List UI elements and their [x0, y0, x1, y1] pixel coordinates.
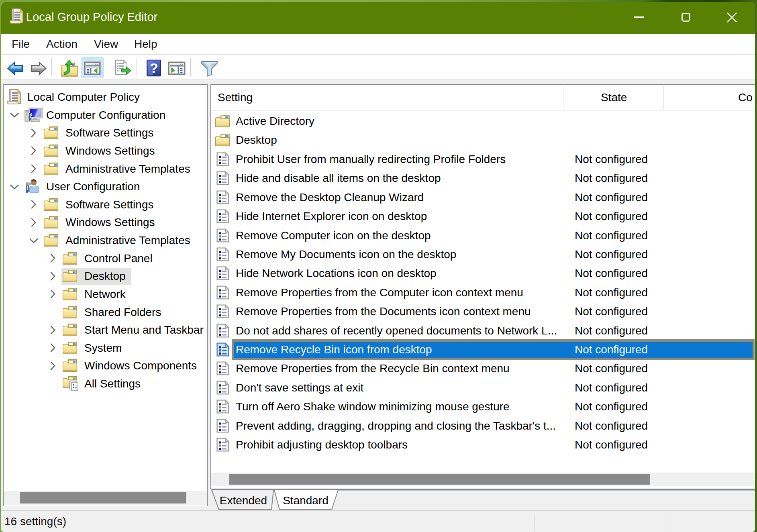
- svg-text:Standard: Standard: [283, 494, 329, 507]
- svg-text:Extended: Extended: [220, 494, 267, 507]
